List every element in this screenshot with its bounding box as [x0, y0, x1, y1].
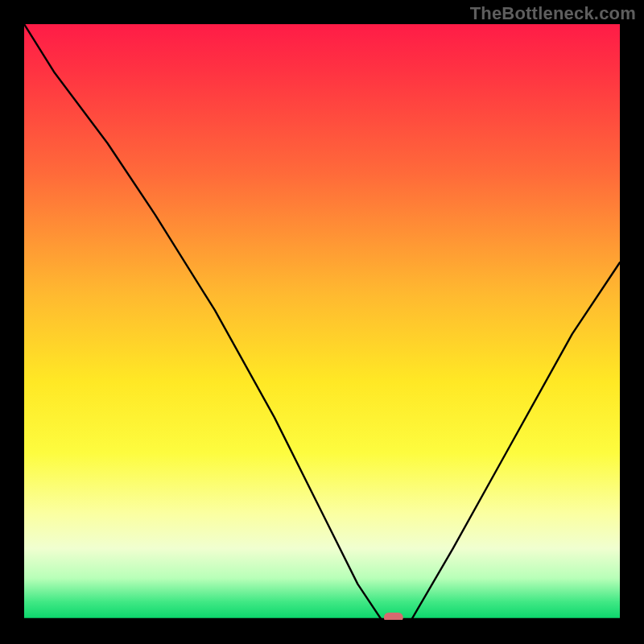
- plot-gradient-area: [24, 24, 620, 620]
- minimum-marker: [384, 613, 403, 620]
- chart-frame: TheBottleneck.com: [0, 0, 644, 644]
- bottleneck-curve-path: [24, 24, 620, 620]
- watermark-text: TheBottleneck.com: [470, 3, 636, 24]
- curve-svg: [24, 24, 620, 620]
